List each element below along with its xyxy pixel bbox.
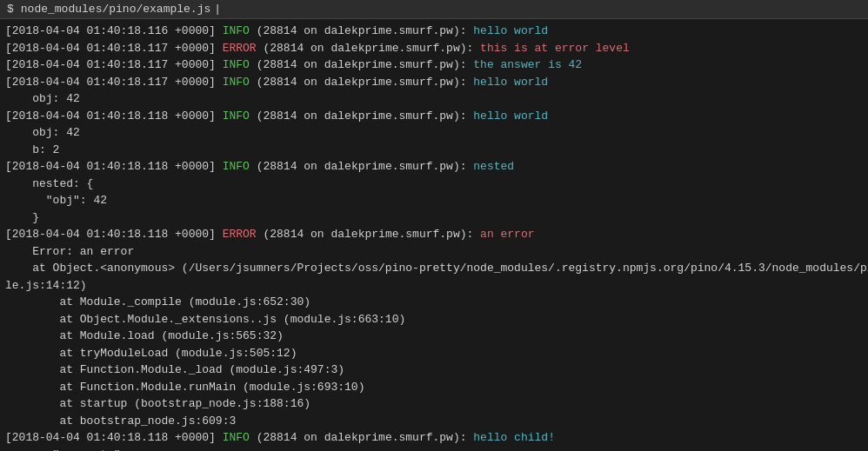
line-part: (28814 on dalekprime.smurf.pw):	[250, 160, 473, 173]
terminal-line: [2018-04-04 01:40:18.117 +0000] ERROR (2…	[5, 40, 863, 57]
line-part: [2018-04-04 01:40:18.117 +0000]	[5, 58, 223, 71]
terminal-line: at Object.Module._extensions..js (module…	[5, 311, 863, 328]
line-part: hello world	[473, 76, 548, 89]
line-part: at Object.<anonymous> (/Users/jsumners/P…	[5, 262, 868, 275]
line-part: INFO	[223, 24, 250, 37]
line-part: INFO	[223, 160, 250, 173]
terminal-line: [2018-04-04 01:40:18.117 +0000] INFO (28…	[5, 74, 863, 91]
terminal-line: at Module.load (module.js:565:32)	[5, 328, 863, 345]
line-part: hello child!	[473, 431, 555, 444]
terminal-line: b: 2	[5, 142, 863, 159]
terminal: $ node_modules/pino/example.js | [2018-0…	[0, 0, 868, 451]
terminal-line: }	[5, 209, 863, 227]
line-part: ERROR	[223, 228, 257, 241]
line-part: }	[5, 211, 39, 224]
terminal-line: at Module._compile (module.js:652:30)	[5, 294, 863, 311]
terminal-line: at Function.Module.runMain (module.js:69…	[5, 379, 863, 396]
dollar-sign: $	[7, 3, 14, 16]
line-part: a: "property"	[5, 448, 121, 452]
line-part: INFO	[223, 76, 250, 89]
line-part: at Module.load (module.js:565:32)	[5, 329, 284, 342]
title-cmd: node_modules/pino/example.js	[21, 3, 210, 16]
terminal-content: [2018-04-04 01:40:18.116 +0000] INFO (28…	[0, 19, 868, 451]
line-part: the answer is 42	[473, 58, 582, 71]
line-part: (28814 on dalekprime.smurf.pw):	[257, 42, 480, 55]
terminal-line: nested: {	[5, 176, 863, 193]
line-part: [2018-04-04 01:40:18.118 +0000]	[5, 431, 223, 444]
pipe-char: |	[214, 3, 221, 16]
line-part: an error	[480, 228, 534, 241]
line-part: (28814 on dalekprime.smurf.pw):	[250, 109, 473, 123]
line-part: INFO	[223, 109, 250, 123]
line-part: hello world	[473, 24, 548, 37]
terminal-line: [2018-04-04 01:40:18.118 +0000] INFO (28…	[5, 158, 863, 176]
terminal-line: at Object.<anonymous> (/Users/jsumners/P…	[5, 260, 863, 277]
terminal-line: at startup (bootstrap_node.js:188:16)	[5, 395, 863, 413]
terminal-line: Error: an error	[5, 243, 863, 261]
terminal-line: [2018-04-04 01:40:18.118 +0000] INFO (28…	[5, 108, 863, 125]
title-bar: $ node_modules/pino/example.js |	[0, 0, 868, 19]
line-part: Error: an error	[5, 245, 134, 258]
line-part: this is at error level	[480, 42, 630, 55]
terminal-line: at bootstrap_node.js:609:3	[5, 413, 863, 430]
line-part: [2018-04-04 01:40:18.118 +0000]	[5, 228, 223, 241]
line-part: at Function.Module.runMain (module.js:69…	[5, 381, 364, 394]
line-part: [2018-04-04 01:40:18.117 +0000]	[5, 42, 223, 55]
line-part: (28814 on dalekprime.smurf.pw):	[250, 58, 473, 71]
line-part: nested	[473, 160, 514, 173]
terminal-line: a: "property"	[5, 447, 863, 452]
terminal-line: obj: 42	[5, 124, 863, 142]
line-part: at Object.Module._extensions..js (module…	[5, 313, 405, 326]
title-left: $ node_modules/pino/example.js |	[7, 3, 231, 16]
line-part: le.js:14:12)	[5, 279, 87, 292]
line-part: obj: 42	[5, 92, 80, 105]
line-part: at startup (bootstrap_node.js:188:16)	[5, 397, 310, 410]
terminal-line: [2018-04-04 01:40:18.118 +0000] ERROR (2…	[5, 226, 863, 243]
line-part: [2018-04-04 01:40:18.117 +0000]	[5, 76, 223, 89]
line-part: INFO	[223, 58, 250, 71]
line-part: (28814 on dalekprime.smurf.pw):	[250, 76, 473, 89]
terminal-line: le.js:14:12)	[5, 277, 863, 295]
line-part: at Function.Module._load (module.js:497:…	[5, 363, 344, 376]
terminal-line: at tryModuleLoad (module.js:505:12)	[5, 345, 863, 362]
terminal-line: obj: 42	[5, 90, 863, 108]
line-part: nested: {	[5, 177, 93, 190]
line-part: at Module._compile (module.js:652:30)	[5, 295, 310, 308]
terminal-line: "obj": 42	[5, 192, 863, 209]
terminal-line: at Function.Module._load (module.js:497:…	[5, 361, 863, 379]
line-part: obj: 42	[5, 126, 80, 139]
line-part: [2018-04-04 01:40:18.118 +0000]	[5, 160, 223, 173]
line-part: "obj": 42	[5, 194, 107, 207]
line-part: [2018-04-04 01:40:18.118 +0000]	[5, 109, 223, 123]
line-part: (28814 on dalekprime.smurf.pw):	[250, 24, 473, 37]
line-part: ERROR	[223, 42, 257, 55]
line-part: at tryModuleLoad (module.js:505:12)	[5, 347, 297, 360]
terminal-line: [2018-04-04 01:40:18.118 +0000] INFO (28…	[5, 429, 863, 447]
line-part: (28814 on dalekprime.smurf.pw):	[250, 431, 473, 444]
terminal-line: [2018-04-04 01:40:18.116 +0000] INFO (28…	[5, 23, 863, 40]
line-part: [2018-04-04 01:40:18.116 +0000]	[5, 24, 223, 37]
line-part: at bootstrap_node.js:609:3	[5, 415, 236, 428]
line-part: INFO	[223, 431, 250, 444]
line-part: b: 2	[5, 143, 59, 156]
terminal-line: [2018-04-04 01:40:18.117 +0000] INFO (28…	[5, 56, 863, 74]
line-part: hello world	[473, 109, 548, 123]
line-part: (28814 on dalekprime.smurf.pw):	[257, 228, 480, 241]
